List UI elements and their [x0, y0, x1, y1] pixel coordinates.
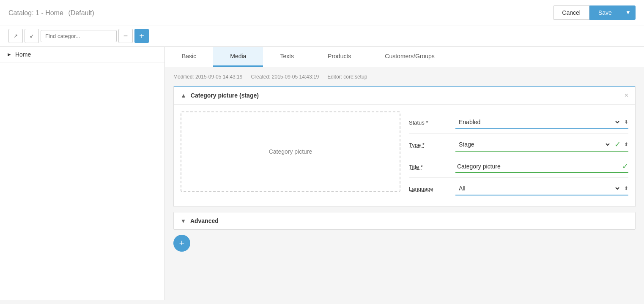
status-label: Status * — [409, 119, 455, 126]
tab-texts[interactable]: Texts — [263, 47, 311, 67]
close-icon: × — [625, 92, 628, 99]
section-header: ▲ Category picture (stage) × — [174, 87, 635, 105]
toolbar: ↗ ↙ − + — [0, 25, 644, 47]
tabs: Basic Media Texts Products Customers/Gro… — [165, 47, 644, 67]
chevron-down-icon: ▼ — [625, 9, 631, 16]
arrow-right-icon: ► — [7, 52, 12, 57]
section-card: ▲ Category picture (stage) × Category pi… — [173, 86, 636, 207]
section-header-left: ▲ Category picture (stage) — [181, 92, 259, 99]
sidebar: ► Home — [0, 47, 165, 300]
sidebar-item-label: Home — [15, 51, 31, 58]
tab-basic[interactable]: Basic — [165, 47, 213, 67]
section-body: Category picture Status * Enabled Disabl… — [174, 105, 635, 206]
language-control: All English German ⬍ — [455, 182, 628, 195]
header-actions: Cancel Save ▼ — [553, 5, 636, 20]
content-area: Basic Media Texts Products Customers/Gro… — [165, 47, 644, 300]
minus-icon: − — [123, 32, 128, 41]
status-select[interactable]: Enabled Disabled — [455, 116, 621, 128]
type-select[interactable]: Stage — [455, 138, 611, 151]
meta-info: Modified: 2015-09-05 14:43:19 Created: 2… — [173, 74, 636, 80]
section-collapse-button[interactable]: ▲ — [181, 92, 186, 99]
type-dropdown-icon: ⬍ — [624, 141, 628, 147]
page-title: Catalog: 1 - Home (Default) — [8, 8, 94, 17]
created-date: Created: 2015-09-05 14:43:19 — [251, 74, 319, 80]
header: Catalog: 1 - Home (Default) Cancel Save … — [0, 0, 644, 25]
status-row: Status * Enabled Disabled ⬍ — [409, 111, 628, 134]
tab-media[interactable]: Media — [213, 47, 263, 67]
section-close-button[interactable]: × — [625, 92, 628, 99]
advanced-section: ▼ Advanced — [173, 212, 636, 230]
add-section-icon: + — [179, 238, 185, 249]
main-layout: ► Home Basic Media Texts Products Custom… — [0, 47, 644, 300]
compress-button[interactable]: ↙ — [25, 29, 39, 43]
image-placeholder-label: Category picture — [269, 148, 312, 155]
chevron-up-icon: ▲ — [181, 92, 186, 99]
expand-icon: ↗ — [14, 33, 18, 39]
section-title: Category picture (stage) — [191, 92, 259, 99]
search-input[interactable] — [41, 30, 117, 42]
advanced-label: Advanced — [190, 217, 219, 224]
title-check-icon: ✓ — [622, 162, 628, 171]
tab-products[interactable]: Products — [311, 47, 368, 67]
form-fields: Status * Enabled Disabled ⬍ Ty — [409, 111, 628, 200]
title-control: ✓ — [455, 160, 628, 173]
add-button[interactable]: + — [134, 29, 149, 43]
modified-date: Modified: 2015-09-05 14:43:19 — [173, 74, 242, 80]
save-button[interactable]: Save — [589, 5, 621, 20]
sidebar-item-home[interactable]: ► Home — [0, 47, 164, 62]
cancel-button[interactable]: Cancel — [553, 5, 589, 20]
title-row: Title * ✓ — [409, 156, 628, 178]
plus-icon: + — [139, 31, 144, 41]
status-dropdown-icon: ⬍ — [624, 119, 628, 125]
advanced-header[interactable]: ▼ Advanced — [174, 212, 635, 229]
chevron-down-icon: ▼ — [181, 218, 186, 224]
language-dropdown-icon: ⬍ — [624, 185, 628, 191]
language-row: Language All English German ⬍ — [409, 178, 628, 200]
language-label: Language — [409, 186, 455, 192]
type-label: Type * — [409, 142, 455, 148]
title-label: Title * — [409, 164, 455, 170]
expand-button[interactable]: ↗ — [8, 29, 23, 43]
status-control: Enabled Disabled ⬍ — [455, 116, 628, 129]
language-select[interactable]: All English German — [455, 182, 621, 195]
type-control: Stage ✓ ⬍ — [455, 138, 628, 152]
editor-info: Editor: core:setup — [327, 74, 367, 80]
page-subtitle: (Default) — [68, 9, 94, 16]
type-check-icon: ✓ — [614, 140, 621, 149]
content-body: Modified: 2015-09-05 14:43:19 Created: 2… — [165, 67, 644, 300]
save-dropdown-button[interactable]: ▼ — [621, 5, 636, 20]
add-section-button[interactable]: + — [173, 235, 190, 252]
title-input[interactable] — [455, 160, 619, 172]
remove-button[interactable]: − — [118, 29, 133, 43]
compress-icon: ↙ — [30, 33, 34, 39]
image-placeholder[interactable]: Category picture — [181, 111, 400, 192]
type-row: Type * Stage ✓ ⬍ — [409, 134, 628, 156]
tab-customers-groups[interactable]: Customers/Groups — [368, 47, 451, 67]
